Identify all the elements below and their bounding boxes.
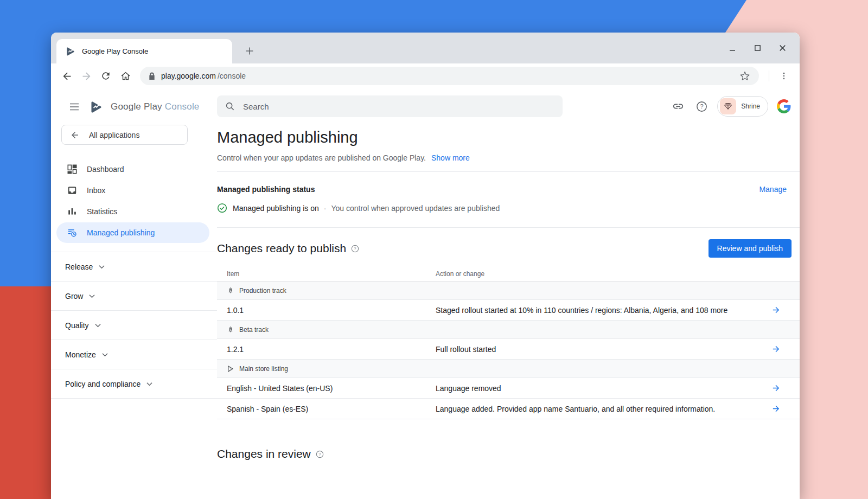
sidebar-section-policy[interactable]: Policy and compliance (51, 369, 217, 399)
bookmark-star-icon[interactable] (739, 71, 750, 81)
arrow-left-icon (70, 130, 80, 140)
browser-tab-strip: Google Play Console (51, 33, 800, 63)
sidebar-section-monetize[interactable]: Monetize (51, 340, 217, 369)
ready-heading: Changes ready to publish ? (217, 242, 359, 255)
table-row[interactable]: English - United States (en-US) Language… (217, 378, 800, 399)
all-applications-label: All applications (89, 131, 139, 139)
help-icon[interactable]: ? (694, 99, 709, 114)
changes-table: Item Action or change Production track 1… (217, 266, 800, 419)
maximize-button[interactable] (753, 44, 762, 53)
sidebar-item-managed-publishing[interactable]: Managed publishing (56, 222, 209, 243)
svg-text:?: ? (354, 246, 356, 251)
play-console-logo-text: Google Play Console (111, 101, 200, 112)
home-button[interactable] (116, 67, 135, 85)
rocket-icon (227, 287, 234, 295)
managed-publishing-icon (67, 228, 77, 238)
arrow-right-icon[interactable] (771, 305, 800, 315)
status-heading: Managed publishing status (217, 185, 315, 194)
divider (217, 171, 800, 172)
app-switcher-badge[interactable]: Shrine (717, 96, 768, 117)
table-header: Item Action or change (217, 266, 800, 282)
search-input[interactable] (242, 101, 554, 112)
forward-button[interactable] (77, 67, 95, 85)
browser-tab[interactable]: Google Play Console (56, 39, 232, 63)
show-more-link[interactable]: Show more (431, 153, 470, 162)
table-group-row: Main store listing (217, 360, 800, 378)
link-icon[interactable] (671, 99, 686, 114)
column-item: Item (217, 270, 436, 278)
dashboard-icon (67, 164, 77, 174)
google-account-icon[interactable] (776, 99, 792, 114)
sidebar-section-release[interactable]: Release (51, 252, 217, 282)
rocket-icon (227, 326, 234, 334)
table-group-row: Beta track (217, 321, 800, 339)
sidebar-item-dashboard[interactable]: Dashboard (56, 159, 209, 180)
svg-text:?: ? (700, 103, 703, 110)
chevron-down-icon (146, 382, 152, 386)
page-subtitle: Control when your app updates are publis… (217, 153, 800, 162)
review-heading: Changes in review ? (217, 447, 324, 460)
search-icon (225, 101, 235, 111)
arrow-right-icon[interactable] (771, 404, 800, 413)
sidebar-item-inbox[interactable]: Inbox (56, 180, 209, 201)
status-separator: · (324, 204, 327, 213)
table-row[interactable]: Spanish - Spain (es-ES) Language added. … (217, 399, 800, 419)
help-circle-icon[interactable]: ? (316, 450, 324, 458)
lock-icon (149, 72, 155, 80)
sidebar-item-statistics[interactable]: Statistics (56, 201, 209, 222)
new-tab-button[interactable] (242, 43, 257, 59)
toolbar-divider (769, 71, 769, 81)
arrow-right-icon[interactable] (771, 383, 800, 393)
browser-toolbar: play.google.com/console (51, 63, 800, 88)
table-row[interactable]: 1.2.1 Full rollout started (217, 339, 800, 360)
play-store-icon (227, 365, 234, 373)
sidebar-section-grow[interactable]: Grow (51, 282, 217, 311)
hamburger-menu-icon[interactable] (67, 99, 82, 114)
shrine-gem-icon (720, 98, 736, 114)
table-group-row: Production track (217, 282, 800, 300)
browser-menu-icon[interactable] (775, 67, 793, 85)
sidebar: Google Play Console All applications Das… (51, 88, 217, 499)
close-button[interactable] (778, 44, 787, 53)
browser-window: Google Play Console (51, 33, 800, 499)
main-content: ? Shrine Managed publishing Control when (217, 88, 800, 499)
svg-text:?: ? (318, 452, 321, 457)
page-title: Managed publishing (217, 129, 800, 146)
status-description: You control when approved updates are pu… (331, 204, 500, 213)
column-action: Action or change (436, 270, 771, 278)
chevron-down-icon (89, 294, 95, 298)
chevron-down-icon (102, 353, 108, 357)
address-bar[interactable]: play.google.com/console (140, 67, 759, 85)
arrow-right-icon[interactable] (771, 344, 800, 354)
minimize-button[interactable] (728, 44, 737, 53)
review-and-publish-button[interactable]: Review and publish (709, 239, 792, 258)
reload-button[interactable] (97, 67, 115, 85)
tab-title: Google Play Console (82, 47, 148, 55)
url-host: play.google.com (161, 72, 216, 80)
status-state: Managed publishing is on (233, 204, 319, 213)
url-path: /console (218, 72, 246, 80)
all-applications-button[interactable]: All applications (61, 125, 188, 145)
table-row[interactable]: 1.0.1 Staged rollout started at 10% in 1… (217, 300, 800, 321)
chevron-down-icon (99, 265, 105, 269)
play-console-logo-icon (89, 100, 104, 114)
help-circle-icon[interactable]: ? (351, 245, 359, 253)
chevron-down-icon (95, 323, 101, 328)
play-console-favicon (65, 46, 76, 57)
url-text: play.google.com/console (161, 72, 246, 80)
inbox-icon (67, 185, 77, 195)
divider (217, 227, 800, 228)
statistics-icon (67, 207, 77, 216)
back-button[interactable] (58, 67, 76, 85)
sidebar-section-quality[interactable]: Quality (51, 311, 217, 340)
check-circle-icon (217, 203, 227, 213)
app-badge-label: Shrine (741, 103, 765, 110)
window-controls (728, 33, 787, 63)
manage-link[interactable]: Manage (759, 185, 787, 194)
search-bar[interactable] (217, 95, 563, 117)
